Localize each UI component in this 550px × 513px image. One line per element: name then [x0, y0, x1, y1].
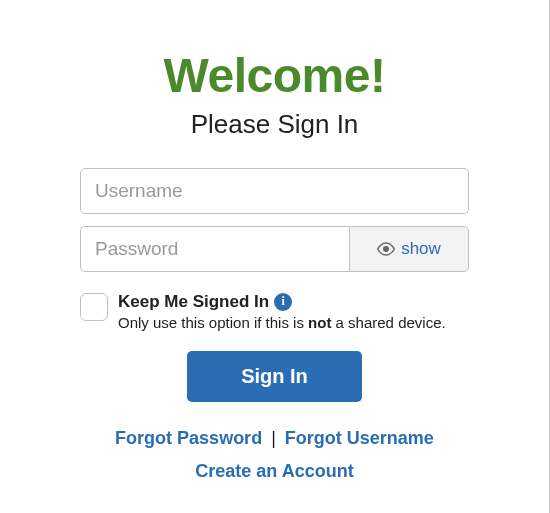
- show-label: show: [401, 239, 441, 259]
- welcome-title: Welcome!: [80, 50, 469, 103]
- username-input[interactable]: [80, 168, 469, 214]
- keep-signed-checkbox[interactable]: [80, 293, 108, 321]
- link-divider: |: [271, 428, 276, 448]
- create-account-link[interactable]: Create an Account: [195, 461, 353, 481]
- forgot-links-row: Forgot Password | Forgot Username: [80, 428, 469, 449]
- create-account-row: Create an Account: [80, 461, 469, 482]
- signin-subtitle: Please Sign In: [80, 109, 469, 140]
- signin-button[interactable]: Sign In: [187, 351, 362, 402]
- svg-point-0: [384, 247, 389, 252]
- password-input[interactable]: [80, 226, 349, 272]
- keep-signed-label: Keep Me Signed In i: [118, 292, 292, 312]
- info-icon[interactable]: i: [274, 293, 292, 311]
- keep-signed-text: Keep Me Signed In i Only use this option…: [118, 292, 469, 331]
- login-form-container: Welcome! Please Sign In show Keep Me Sig…: [0, 0, 549, 512]
- forgot-username-link[interactable]: Forgot Username: [285, 428, 434, 448]
- show-password-button[interactable]: show: [349, 226, 469, 272]
- password-row: show: [80, 226, 469, 272]
- forgot-password-link[interactable]: Forgot Password: [115, 428, 262, 448]
- eye-icon: [377, 240, 395, 258]
- keep-signed-row: Keep Me Signed In i Only use this option…: [80, 292, 469, 331]
- keep-signed-hint: Only use this option if this is not a sh…: [118, 314, 469, 331]
